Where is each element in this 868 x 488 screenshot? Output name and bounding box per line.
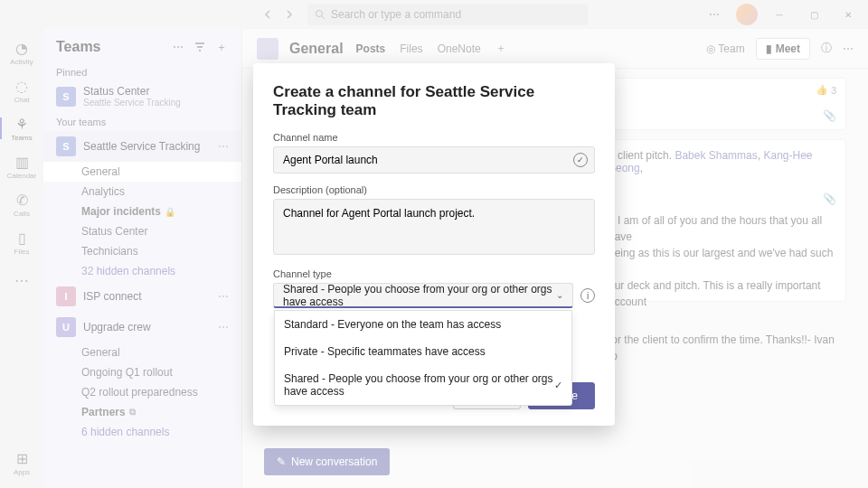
option-private[interactable]: Private - Specific teammates have access [275, 338, 571, 365]
description-input[interactable] [273, 199, 595, 255]
option-standard[interactable]: Standard - Everyone on the team has acce… [275, 311, 571, 338]
valid-check-icon: ✓ [573, 153, 588, 167]
channel-name-input[interactable] [273, 146, 595, 174]
description-label: Description (optional) [273, 184, 595, 195]
channel-type-label: Channel type [273, 268, 595, 279]
chevron-down-icon: ⌄ [556, 290, 563, 300]
channel-type-select[interactable]: Shared - People you choose from your org… [273, 283, 573, 308]
create-channel-modal: Create a channel for Seattle Service Tra… [253, 63, 615, 426]
option-shared[interactable]: Shared - People you choose from your org… [275, 365, 571, 405]
info-icon[interactable]: i [580, 288, 595, 303]
channel-name-label: Channel name [273, 132, 595, 143]
modal-title: Create a channel for Seattle Service Tra… [273, 83, 595, 119]
check-icon: ✓ [554, 380, 562, 391]
channel-type-dropdown: Standard - Everyone on the team has acce… [274, 310, 572, 406]
